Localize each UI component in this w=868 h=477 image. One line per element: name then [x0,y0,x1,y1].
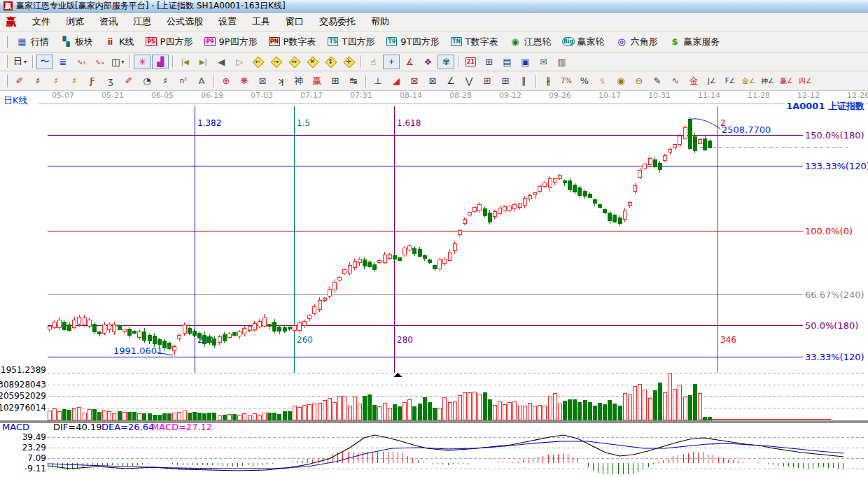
target-circle-button[interactable]: ⊕ [218,73,234,88]
wave-a-button[interactable]: ∿ [667,73,684,88]
volume-bars[interactable] [48,373,712,420]
grid-fine-2-button[interactable]: ⊞ [497,73,514,88]
box-axes-button[interactable]: ⊥ [370,73,386,88]
zoom-right-diamond-button[interactable]: → [267,55,284,69]
memo-pad-button[interactable]: ▤ [498,55,515,69]
toolbar-sectors-button[interactable]: ▚板块 [55,34,99,50]
kline-chart-canvas[interactable]: 150.0%(180)133.33%(120)100.0%(0)66.67%(2… [0,91,868,477]
pattern-gift-tool-button[interactable]: ❖ [419,55,436,69]
toolbar-quotes-button[interactable]: ▦行情 [10,34,55,50]
gann-pattern-button[interactable]: ✳ [134,55,150,69]
percent-button[interactable]: % [576,73,593,88]
shen-angle-button[interactable]: 神∠ [759,73,776,88]
toolbar-p-square-button[interactable]: PSP四方形 [140,34,199,50]
ma-lines-3-button[interactable]: ∿₃ [73,55,90,69]
toolbar-winner-service-button[interactable]: $赢家服务 [663,34,725,50]
zoom-left-diamond-button[interactable]: ← [249,55,266,69]
calendar-21-button[interactable]: 21 [462,55,479,69]
hand-drag-tool-button[interactable]: ☝ [365,55,382,69]
menu-item-settings[interactable]: 设置 [211,13,244,30]
n-squared-button[interactable]: n² [175,73,192,88]
candlesticks[interactable] [48,117,712,355]
prev-page-button[interactable]: ◀ [213,55,230,69]
grid-fine-1-button[interactable]: ⊞ [479,73,496,88]
volume-style-button[interactable]: ▟ [152,55,169,69]
macd-indicator-label[interactable]: MACD [2,422,29,432]
compress-diamond-button[interactable]: ✕ [304,55,321,69]
expand-all-diamond-button[interactable]: ✛ [340,55,357,69]
menu-item-tools[interactable]: 工具 [244,13,278,30]
menu-item-help[interactable]: 帮助 [363,13,397,30]
last-page-button[interactable]: ▶| [195,55,211,69]
toolbar-winner-wheel-button[interactable]: Big赢家轮 [556,34,610,50]
toolbar-t-square-button[interactable]: TST四方形 [321,34,380,50]
seven-percent-button[interactable]: 7% [558,73,575,88]
compare-bars-button[interactable]: ∦ [540,73,556,88]
starburst-button[interactable]: ❋ [236,73,253,88]
brain-tool-button[interactable]: ✾ [438,55,454,69]
gold-ruler-2-button[interactable]: ♯ [66,73,83,88]
gold-ruler-1-button[interactable]: ♯ [48,73,64,88]
menu-item-formula-stock-pick[interactable]: 公式选股 [159,13,211,30]
parallel-lines-button[interactable]: ∥ [515,73,532,88]
grid-123-button[interactable]: ⊞ [327,73,344,88]
gold-circle-button[interactable]: ◉ [612,73,629,88]
time-ruler-button[interactable]: ♯ [29,73,46,88]
f-ruler-button[interactable]: Ƒ [84,73,101,88]
marker-pen-button[interactable]: ✐ [120,73,137,88]
win-angle-button[interactable]: 赢∠ [778,73,795,88]
menu-item-news[interactable]: 资讯 [92,13,125,30]
gann-percent-lines[interactable]: 150.0%(180)133.33%(120)100.0%(0)66.67%(2… [48,130,868,362]
crosshair-tool-button[interactable]: ＋ [383,55,400,69]
f-angle-button[interactable]: F∠ [722,73,738,88]
mirror-a-button[interactable]: A [193,73,210,88]
circle-ruler-button[interactable]: ◔ [139,73,155,88]
calculator-button[interactable]: ⊞ [480,55,497,69]
j-angle-button[interactable]: J∠ [704,73,720,88]
pen-flag-button[interactable]: ✎ [649,73,666,88]
ma-lines-9-button[interactable]: ∿₉ [91,55,108,69]
period-day-dropdown-button[interactable]: 日▾ [11,55,29,69]
angle-measure-tool-button[interactable]: ∡ [401,55,418,69]
toolbar-kline-button[interactable]: ⅱK线 [99,34,140,50]
gold-angle-button[interactable]: 金∠ [740,73,757,88]
gann-fan-button[interactable]: ◢ [388,73,405,88]
width-arrows-button[interactable]: ↹ [345,73,362,88]
candle-style-dropdown-button[interactable]: ◫▾ [109,55,126,69]
starburst-box-button[interactable]: ⊠ [254,73,271,88]
save-disk-button[interactable]: ▣ [517,55,533,69]
expand-horizontal-diamond-button[interactable]: ↔ [286,55,302,69]
win-ruler-button[interactable]: 赢 [309,73,326,88]
angle-lines-button[interactable]: ∠ [442,73,459,88]
info-note-button[interactable]: ≣ [55,55,71,69]
gann-time-lines[interactable]: 1.3822401.52601.6182802346 [195,106,736,377]
fan-box-2-button[interactable]: ⊠ [424,73,441,88]
menu-item-gann[interactable]: 江恩 [125,13,159,30]
wave-overlay-button[interactable]: 〜 [36,55,53,69]
expand-vertical-diamond-button[interactable]: ↕ [322,55,339,69]
fan-box-1-button[interactable]: ⊠ [406,73,423,88]
workstation-button[interactable]: ▥ [553,55,570,69]
first-page-button[interactable]: |◀ [176,55,193,69]
percent-line-button[interactable]: ﹪ [594,73,611,88]
four-angle-button[interactable]: 四∠ [797,73,814,88]
toolbar-gann-wheel-button[interactable]: ◉江恩轮 [503,34,556,50]
send-mail-button[interactable]: ✉ [535,55,552,69]
toolbar-p-number-table-button[interactable]: PNP数字表 [263,34,322,50]
gold-line-button[interactable]: ⊖ [631,73,648,88]
k-quote-button[interactable]: ʞ [272,73,289,88]
spiral-5-button[interactable]: ʒ [102,73,119,88]
gold-red-button[interactable]: 金 [685,73,702,88]
toolbar-9p-square-button[interactable]: P99P四方形 [198,34,262,50]
menu-item-browse[interactable]: 浏览 [58,13,92,30]
wave-v-button[interactable]: ⋁ [461,73,477,88]
toolbar-9t-square-button[interactable]: T99T四方形 [380,34,444,50]
next-page-button[interactable]: ▷ [231,55,248,69]
toolbar-t-number-table-button[interactable]: TNT数字表 [445,34,504,50]
menu-item-trade-entrust[interactable]: 交易委托 [312,13,363,30]
toolbar-hexagon-button[interactable]: ◎六角形 [610,34,663,50]
menu-item-file[interactable]: 文件 [24,13,58,30]
trend-pen-button[interactable]: ✐ [11,73,28,88]
shen-ruler-button[interactable]: 神 [290,73,307,88]
menu-item-window[interactable]: 窗口 [278,13,312,30]
